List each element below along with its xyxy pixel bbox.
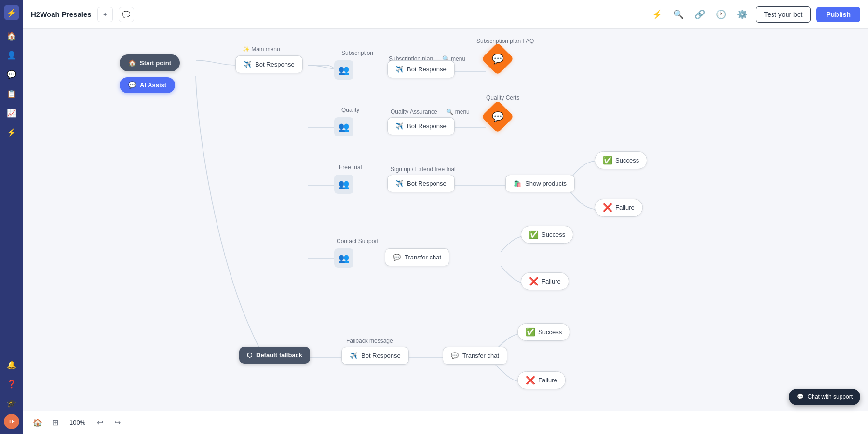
failure-2-icon: ❌ <box>529 277 539 286</box>
chat-icon-button[interactable]: 💬 <box>119 7 134 22</box>
start-point-label[interactable]: 🏠 Start point <box>120 54 180 71</box>
sidebar-item-learn[interactable]: 🎓 <box>3 394 20 412</box>
quality-certs-node[interactable]: 💬 <box>481 100 514 133</box>
lightning-icon[interactable]: ⚡ <box>650 7 665 22</box>
settings-icon[interactable]: ⚙️ <box>734 7 750 22</box>
subscription-trigger[interactable]: 👥 <box>334 60 353 80</box>
success-1-node[interactable]: ✅ Success <box>595 151 647 169</box>
sidebar-item-home[interactable]: 🏠 <box>3 27 20 44</box>
expand-button[interactable]: ⊞ <box>48 416 62 430</box>
subscription-section: Subscription 👥 <box>334 60 353 80</box>
quality-certs-section: Quality Certs 💬 <box>486 105 509 128</box>
subscription-bot-response-node[interactable]: ✈️ Bot Response <box>387 60 455 78</box>
transfer-chat-2-node[interactable]: 💬 Transfer chat <box>443 347 507 365</box>
failure-3-node[interactable]: ❌ Failure <box>517 371 566 389</box>
free-trial-section: Free trial 👥 <box>334 175 353 194</box>
chat-support-widget[interactable]: 💬 Chat with support <box>789 389 860 405</box>
history-icon[interactable]: 🕐 <box>713 7 729 22</box>
contact-support-label: Contact Support <box>337 238 379 244</box>
bottom-toolbar: 🏠 ⊞ 100% ↩ ↪ <box>23 411 868 434</box>
start-point-node[interactable]: 🏠 Start point <box>120 54 180 71</box>
sidebar-item-help[interactable]: ❓ <box>3 375 20 393</box>
contact-support-section: Contact Support 👥 <box>334 248 353 268</box>
auto-layout-button[interactable]: ✦ <box>97 7 113 22</box>
failure-1[interactable]: ❌ Failure <box>595 199 643 217</box>
fit-view-button[interactable]: 🏠 <box>31 416 44 430</box>
fallback-message-label: Fallback message <box>346 338 393 344</box>
failure-2[interactable]: ❌ Failure <box>521 272 569 290</box>
transfer-icon2: 💬 <box>451 352 459 359</box>
transfer-chat-2[interactable]: 💬 Transfer chat <box>443 347 507 365</box>
quality-bot-response[interactable]: ✈️ Bot Response <box>387 117 455 135</box>
flow-canvas: 🏠 Start point 💬 AI Assist ✨ Main menu ✈️… <box>23 29 868 434</box>
user-avatar[interactable]: TF <box>4 414 19 429</box>
free-trial-trigger[interactable]: 👥 <box>334 175 353 194</box>
logo-icon: ⚡ <box>7 8 16 17</box>
transfer-chat-1-node[interactable]: 💬 Transfer chat <box>385 248 449 266</box>
subscription-bot-response[interactable]: ✈️ Bot Response <box>387 60 455 78</box>
default-fallback-node[interactable]: ⬡ Default fallback <box>239 347 310 364</box>
send-icon3: ✈️ <box>395 122 403 130</box>
success-2-icon: ✅ <box>529 230 539 239</box>
contact-support-trigger[interactable]: 👥 <box>334 248 353 268</box>
sidebar-item-users[interactable]: 👤 <box>3 46 20 64</box>
quality-label: Quality <box>341 107 359 113</box>
success-2-node[interactable]: ✅ Success <box>521 226 573 244</box>
redo-button[interactable]: ↪ <box>110 416 124 430</box>
header-actions: ⚡ 🔍 🔗 🕐 ⚙️ Test your bot Publish <box>650 6 860 23</box>
fallback-bot-response[interactable]: ✈️ Bot Response <box>341 347 409 365</box>
search-icon[interactable]: 🔍 <box>671 7 686 22</box>
success-2[interactable]: ✅ Success <box>521 226 573 244</box>
fallback-bot-response-node[interactable]: ✈️ Bot Response <box>341 347 409 365</box>
sidebar-item-automation[interactable]: ⚡ <box>3 123 20 141</box>
transfer-chat-1[interactable]: 💬 Transfer chat <box>385 248 449 266</box>
failure-2-node[interactable]: ❌ Failure <box>521 272 569 290</box>
failure-1-node[interactable]: ❌ Failure <box>595 199 643 217</box>
ai-assist-node[interactable]: 💬 AI Assist <box>120 77 175 93</box>
show-products-node[interactable]: 🛍️ Show products <box>505 175 575 192</box>
zoom-level: 100% <box>66 419 89 426</box>
sidebar: ⚡ 🏠 👤 💬 📋 📈 ⚡ 🔔 ❓ 🎓 TF <box>0 0 23 434</box>
quality-section: Quality 👥 <box>334 117 353 136</box>
test-bot-button[interactable]: Test your bot <box>756 6 811 23</box>
undo-button[interactable]: ↩ <box>93 416 107 430</box>
send-icon5: ✈️ <box>350 352 357 359</box>
quality-certs-icon: 💬 <box>492 111 504 122</box>
faq-icon: 💬 <box>492 53 504 65</box>
sidebar-item-reports[interactable]: 📋 <box>3 85 20 102</box>
failure-3-icon: ❌ <box>526 376 535 385</box>
send-icon2: ✈️ <box>395 66 403 73</box>
subscription-faq-node[interactable]: 💬 <box>481 42 514 75</box>
sidebar-bottom: 🔔 ❓ 🎓 TF <box>3 356 20 429</box>
success-1-icon: ✅ <box>603 156 612 165</box>
sidebar-item-analytics[interactable]: 📈 <box>3 104 20 122</box>
chat-support-icon: 💬 <box>797 393 804 400</box>
products-icon: 🛍️ <box>514 180 521 187</box>
app-logo[interactable]: ⚡ <box>4 5 19 20</box>
main-menu-label: ✨ Main menu ✈️ Bot Response <box>235 55 303 73</box>
quality-assurance-label: Quality Assurance — 🔍 menu <box>391 108 439 115</box>
subscription-faq-label: Subscription plan FAQ <box>476 38 534 44</box>
header: H2Woah Presales ✦ 💬 ⚡ 🔍 🔗 🕐 ⚙️ Test your… <box>23 0 868 29</box>
quality-icon: 👥 <box>339 122 349 132</box>
success-1[interactable]: ✅ Success <box>595 151 647 169</box>
share-icon[interactable]: 🔗 <box>692 7 707 22</box>
free-trial-bot-response-node[interactable]: ✈️ Bot Response <box>387 175 455 192</box>
quality-bot-response-node[interactable]: ✈️ Bot Response <box>387 117 455 135</box>
ai-assist-label[interactable]: 💬 AI Assist <box>120 77 175 93</box>
show-products[interactable]: 🛍️ Show products <box>505 175 575 192</box>
ai-icon: 💬 <box>128 81 136 89</box>
publish-button[interactable]: Publish <box>816 7 860 22</box>
chat-support-label: Chat with support <box>808 393 853 400</box>
free-trial-bot-response[interactable]: ✈️ Bot Response <box>387 175 455 192</box>
page-title: H2Woah Presales <box>31 10 92 18</box>
failure-3[interactable]: ❌ Failure <box>517 371 566 389</box>
quality-certs-label: Quality Certs <box>486 95 519 101</box>
default-fallback[interactable]: ⬡ Default fallback <box>239 347 310 364</box>
quality-trigger[interactable]: 👥 <box>334 117 353 136</box>
success-3-node[interactable]: ✅ Success <box>517 323 570 341</box>
sidebar-item-chat[interactable]: 💬 <box>3 66 20 83</box>
main-menu-bot-response[interactable]: ✈️ Bot Response <box>235 55 303 73</box>
sidebar-item-bell[interactable]: 🔔 <box>3 356 20 373</box>
success-3[interactable]: ✅ Success <box>517 323 570 341</box>
